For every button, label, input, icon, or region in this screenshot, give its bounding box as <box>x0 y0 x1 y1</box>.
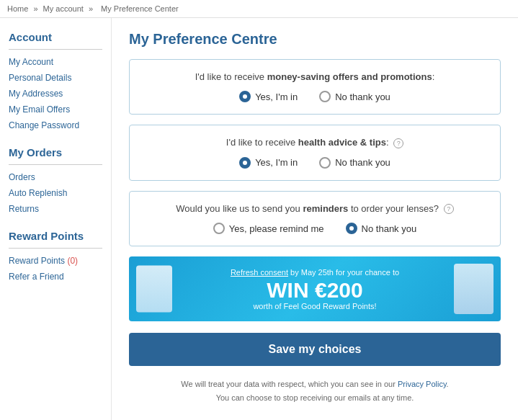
sidebar-section-account: Account My Account Personal Details My A… <box>0 25 111 133</box>
sidebar-auto-replenish[interactable]: Auto Replenish <box>0 185 111 201</box>
pref-reminders-options: Yes, please remind me No thank you <box>144 223 486 234</box>
health-no-option[interactable]: No thank you <box>319 157 390 169</box>
reminders-help-icon[interactable]: ? <box>444 204 454 214</box>
promo-sub-text: worth of Feel Good Reward Points! <box>253 302 376 310</box>
health-no-label: No thank you <box>335 157 390 168</box>
sidebar-rewards-title: Reward Points <box>0 224 111 245</box>
privacy-policy-link[interactable]: Privacy Policy <box>398 380 447 388</box>
reward-points-badge: (0) <box>67 256 78 266</box>
pref-money-bold: money-saving offers and promotions <box>267 71 432 82</box>
breadcrumb: Home » My account » My Preference Center <box>0 0 518 18</box>
reminders-yes-radio[interactable] <box>213 223 225 234</box>
money-no-radio[interactable] <box>319 91 331 102</box>
pref-reminders-text: Would you like us to send you reminders … <box>144 203 486 215</box>
sidebar-divider-rewards <box>9 248 102 249</box>
save-choices-button[interactable]: Save my choices <box>129 333 501 366</box>
sidebar-divider-orders <box>9 164 102 165</box>
sidebar-email-offers[interactable]: My Email Offers <box>0 102 111 117</box>
sidebar-change-password[interactable]: Change Password <box>0 117 111 133</box>
money-no-option[interactable]: No thank you <box>319 91 390 102</box>
reminders-no-option[interactable]: No thank you <box>346 223 417 234</box>
money-yes-radio[interactable] <box>239 91 251 102</box>
money-yes-label: Yes, I'm in <box>255 91 298 102</box>
pref-card-health: I'd like to receive health advice & tips… <box>129 125 501 181</box>
health-yes-radio[interactable] <box>239 157 251 169</box>
promo-product-right <box>454 264 494 314</box>
breadcrumb-my-account[interactable]: My account <box>43 4 84 13</box>
footer-text: We will treat your data with respect, wh… <box>129 377 501 404</box>
health-yes-label: Yes, I'm in <box>255 157 298 168</box>
sidebar-orders[interactable]: Orders <box>0 169 111 185</box>
sidebar-reward-points[interactable]: Reward Points (0) <box>0 253 111 269</box>
main-content: My Preference Centre I'd like to receive… <box>112 18 518 420</box>
sidebar-refer-friend[interactable]: Refer a Friend <box>0 269 111 285</box>
pref-health-options: Yes, I'm in No thank you <box>144 157 486 169</box>
money-no-label: No thank you <box>335 91 390 102</box>
breadcrumb-current: My Preference Center <box>101 4 179 13</box>
pref-card-reminders: Would you like us to send you reminders … <box>129 191 501 247</box>
health-yes-option[interactable]: Yes, I'm in <box>239 157 298 169</box>
money-yes-option[interactable]: Yes, I'm in <box>239 91 298 102</box>
sidebar-account-title: Account <box>0 25 111 46</box>
reminders-no-label: No thank you <box>362 223 417 234</box>
pref-money-options: Yes, I'm in No thank you <box>144 91 486 102</box>
reminders-yes-label: Yes, please remind me <box>229 223 324 234</box>
sidebar-section-rewards: Reward Points Reward Points (0) Refer a … <box>0 224 111 285</box>
sidebar-my-addresses[interactable]: My Addresses <box>0 86 111 102</box>
promo-product-left <box>136 266 172 313</box>
pref-reminders-bold: reminders <box>303 203 348 214</box>
reminders-no-radio[interactable] <box>346 223 357 234</box>
pref-health-bold: health advice & tips <box>298 137 386 148</box>
sidebar-section-orders: My Orders Orders Auto Replenish Returns <box>0 140 111 217</box>
pref-card-money: I'd like to receive money-saving offers … <box>129 59 501 115</box>
sidebar-my-account[interactable]: My Account <box>0 54 111 70</box>
sidebar-orders-title: My Orders <box>0 140 111 161</box>
reminders-yes-option[interactable]: Yes, please remind me <box>213 223 324 234</box>
breadcrumb-home[interactable]: Home <box>7 4 28 13</box>
promo-refresh-link[interactable]: Refresh consent <box>231 268 288 277</box>
promo-win-text: WIN €200 <box>267 278 362 302</box>
promo-banner: Refresh consent by May 25th for your cha… <box>129 256 501 321</box>
promo-refresh-text: Refresh consent by May 25th for your cha… <box>231 268 399 277</box>
sidebar: Account My Account Personal Details My A… <box>0 18 112 420</box>
pref-money-text: I'd like to receive money-saving offers … <box>144 71 486 82</box>
sidebar-divider-account <box>9 49 102 50</box>
health-help-icon[interactable]: ? <box>393 138 403 148</box>
page-title: My Preference Centre <box>129 31 501 48</box>
sidebar-personal-details[interactable]: Personal Details <box>0 70 111 86</box>
pref-health-text: I'd like to receive health advice & tips… <box>144 137 486 148</box>
sidebar-returns[interactable]: Returns <box>0 201 111 217</box>
health-no-radio[interactable] <box>319 157 331 169</box>
